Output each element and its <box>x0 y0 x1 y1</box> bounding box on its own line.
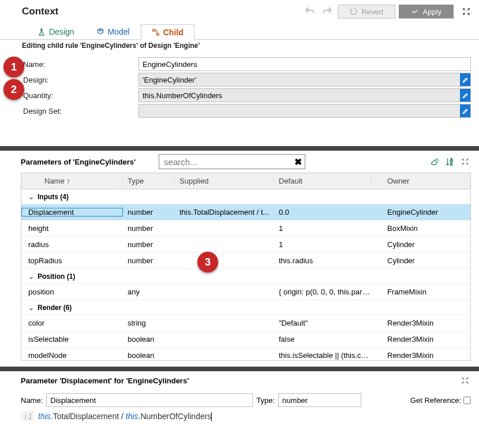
search-input[interactable] <box>159 154 305 169</box>
cell-default: 1 <box>274 224 371 233</box>
tab-model-label: Model <box>108 27 130 36</box>
cell-default: 0.0 <box>274 208 371 216</box>
group-row[interactable]: ⌄Render (6) <box>21 300 470 315</box>
design-label: Design: <box>23 76 139 84</box>
separator-1 <box>0 146 479 151</box>
cell-owner: Render3Mixin <box>371 335 470 344</box>
cell-default: this.radius <box>274 256 371 265</box>
tab-model[interactable]: Model <box>85 24 141 39</box>
expand-icon[interactable] <box>462 7 471 16</box>
apply-button[interactable]: Apply <box>399 5 454 18</box>
table-body[interactable]: ⌄Inputs (4)Displacementnumberthis.TotalD… <box>21 189 470 360</box>
cell-name: isSelectable <box>21 335 123 344</box>
cell-type: number <box>123 240 175 249</box>
expand-params-icon[interactable] <box>459 156 471 167</box>
cell-default: this.isSelectable || (this.chil... <box>274 351 371 360</box>
svg-text:Z: Z <box>450 162 452 166</box>
expand-detail-icon[interactable] <box>459 375 471 386</box>
get-reference: Get Reference: <box>410 396 471 405</box>
header-title: Context <box>22 6 303 17</box>
col-name[interactable]: Name ↑ <box>21 177 123 185</box>
designset-label: Design Set: <box>23 107 139 115</box>
eraser-icon[interactable] <box>429 156 441 167</box>
svg-rect-0 <box>152 29 155 31</box>
callout-badge-3: 3 <box>197 252 218 272</box>
col-type[interactable]: Type <box>123 177 175 185</box>
cell-type: any <box>123 288 175 296</box>
code-editor[interactable]: i1 this.TotalDisplacement / this.NumberO… <box>21 410 471 421</box>
code-line[interactable]: this.TotalDisplacement / this.NumberOfCy… <box>35 410 212 421</box>
group-row[interactable]: ⌄Position (1) <box>21 269 470 284</box>
tab-design-label: Design <box>49 27 74 36</box>
detail-header: Parameter 'Displacement' for 'EngineCyli… <box>0 371 479 390</box>
svg-text:A: A <box>450 158 453 162</box>
redo-icon[interactable] <box>320 5 334 18</box>
designset-edit-icon[interactable] <box>460 104 470 117</box>
group-label: Position (1) <box>38 272 75 281</box>
cell-name: Displacement <box>21 208 123 216</box>
col-owner[interactable]: Owner <box>371 177 470 185</box>
callout-badge-2: 2 <box>3 79 24 100</box>
quantity-input[interactable] <box>139 88 471 102</box>
table-row[interactable]: radiusnumber1Cylinder <box>21 237 470 253</box>
design-edit-icon[interactable] <box>460 73 470 86</box>
model-icon <box>96 28 104 36</box>
col-default[interactable]: Default <box>274 177 371 185</box>
sort-icon[interactable]: AZ <box>444 156 456 167</box>
cell-type: number <box>123 208 175 216</box>
cell-default: 1 <box>274 240 371 249</box>
name-input[interactable] <box>139 57 471 71</box>
tab-design[interactable]: Design <box>27 24 85 39</box>
editing-caption: Editing child rule 'EngineCylinders' of … <box>0 40 479 53</box>
chevron-down-icon: ⌄ <box>28 304 34 312</box>
search-clear-icon[interactable]: ✖ <box>294 156 302 167</box>
col-supplied[interactable]: Supplied <box>175 177 274 185</box>
cell-default: false <box>274 335 371 344</box>
quantity-edit-icon[interactable] <box>460 89 470 102</box>
table-row[interactable]: heightnumber1BoxMixin <box>21 221 470 237</box>
cell-owner: BoxMixin <box>371 224 470 233</box>
parameters-table: Name ↑ Type Supplied Default Owner ⌄Inpu… <box>21 173 471 361</box>
cell-default: { origin: p(0, 0, 0, this.pare... <box>274 288 371 296</box>
table-row[interactable]: positionany{ origin: p(0, 0, 0, this.par… <box>21 284 470 300</box>
detail-type-input[interactable] <box>278 393 361 407</box>
table-row[interactable]: modelNodebooleanthis.isSelectable || (th… <box>21 348 470 360</box>
detail-name-input[interactable] <box>46 393 253 407</box>
group-row[interactable]: ⌄Inputs (4) <box>21 189 470 204</box>
table-row[interactable]: Displacementnumberthis.TotalDisplacement… <box>21 204 470 221</box>
parameters-title: Parameters of 'EngineCylinders' <box>21 158 136 166</box>
designset-input[interactable] <box>139 104 471 118</box>
quantity-label: Quantity: <box>23 91 139 100</box>
name-label: Name: <box>23 60 139 69</box>
cell-name: topRadius <box>21 256 123 265</box>
detail-form: Name: Type: Get Reference: <box>0 390 479 409</box>
cell-type: boolean <box>123 351 175 360</box>
table-row[interactable]: topRadiusnumberthis.radiusCylinder <box>21 253 470 269</box>
parameters-header: Parameters of 'EngineCylinders' ✖ AZ <box>0 151 479 173</box>
chevron-down-icon: ⌄ <box>28 193 34 201</box>
child-icon <box>152 28 160 36</box>
code-gutter: i1 <box>21 410 35 421</box>
table-row[interactable]: isSelectablebooleanfalseRender3Mixin <box>21 331 470 348</box>
design-input[interactable] <box>139 73 471 87</box>
callout-badge-1: 1 <box>3 57 24 77</box>
design-icon <box>38 28 46 36</box>
cell-name: color <box>21 319 123 327</box>
cell-owner: Cylinder <box>371 256 470 265</box>
detail-title: Parameter 'Displacement' for 'EngineCyli… <box>21 376 459 385</box>
cell-type: number <box>123 256 175 265</box>
getref-checkbox[interactable] <box>463 397 471 404</box>
cell-owner: Render3Mixin <box>371 351 470 360</box>
cell-type: number <box>123 224 175 233</box>
group-label: Inputs (4) <box>38 193 69 201</box>
detail-name-label: Name: <box>21 396 43 405</box>
tab-child[interactable]: Child <box>141 24 194 40</box>
cell-owner: EngineCylinder <box>371 208 470 216</box>
table-row[interactable]: colorstring"Default"Render3Mixin <box>21 315 470 331</box>
apply-label: Apply <box>422 8 441 16</box>
tab-child-label: Child <box>163 28 184 37</box>
cell-type: boolean <box>123 335 175 344</box>
undo-icon[interactable] <box>303 5 317 18</box>
revert-button[interactable]: Revert <box>338 5 395 18</box>
group-label: Render (6) <box>38 304 72 312</box>
